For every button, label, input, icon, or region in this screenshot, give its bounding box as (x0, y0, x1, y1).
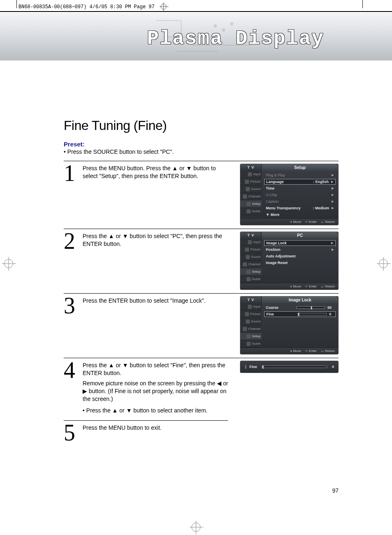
osd-menu-item[interactable]: Image Reset (264, 260, 336, 266)
osd-title: Image Lock (262, 296, 338, 303)
osd-nav: Input Picture Sound Channel Setup Guide (240, 171, 262, 218)
osd-item-value: : Medium (313, 206, 330, 210)
step-text: Press the MENU button. Press the ▲ or ▼ … (83, 164, 231, 225)
osd-menu-item[interactable]: Position▶ (264, 247, 336, 252)
osd-footer: ♦Move ↵Enter ▭Return (240, 218, 338, 225)
osd-menu-item[interactable]: Image Lock▶ (264, 240, 336, 246)
step-text-line: Press the ENTER button to select "Image … (83, 297, 231, 305)
step-number: 2 (64, 232, 78, 290)
osd-nav-input[interactable]: Input (240, 303, 262, 310)
osd-nav-sound[interactable]: Sound (240, 253, 262, 261)
chevron-right-icon: ▶ (332, 200, 334, 203)
section-title: Fine Tuning (Fine) (64, 118, 339, 133)
picture-icon (245, 248, 249, 252)
page-banner: Plasma Display (0, 11, 392, 60)
step-text: Press the MENU button to exit. (83, 423, 231, 443)
osd-nav-guide[interactable]: Guide (240, 208, 262, 215)
chevron-right-icon: ▶ (332, 248, 334, 251)
osd-nav-guide[interactable]: Guide (240, 276, 262, 283)
step-number: 3 (64, 296, 78, 354)
banner-title: Plasma Display (147, 28, 324, 50)
osd-menu-item[interactable]: ▼ More (264, 212, 336, 218)
step-4: 4 Press the ▲ or ▼ button to select "Fin… (64, 358, 339, 417)
osd-nav-channel[interactable]: Channel (240, 325, 262, 333)
step-2: 2 Press the ▲ or ▼ button to select "PC"… (64, 229, 339, 290)
fine-slider[interactable] (262, 366, 327, 368)
setup-icon (247, 202, 251, 206)
osd-nav-channel[interactable]: Channel (240, 193, 262, 200)
osd-menu-item[interactable]: Fine0 (264, 311, 336, 317)
osd-item-label: Position (266, 248, 332, 252)
osd-item-label: Image Lock (266, 241, 331, 245)
osd-fine-adjust: ▲▼ Fine 0 (240, 361, 339, 373)
move-icon: ♦ (291, 220, 292, 223)
step-number: 4 (64, 361, 78, 417)
osd-nav-input[interactable]: Input (240, 171, 262, 178)
osd-setup: T V Setup Input Picture Sound Channel Se… (240, 164, 339, 225)
osd-nav-channel[interactable]: Channel (240, 261, 262, 268)
osd-item-label: Caption (266, 199, 332, 204)
sound-icon (246, 187, 250, 191)
sound-icon (246, 320, 250, 324)
osd-nav-input[interactable]: Input (240, 239, 262, 246)
setup-icon (247, 334, 251, 338)
osd-item-label: V-Chip (266, 193, 332, 197)
step-5: 5 Press the MENU button to exit. (64, 420, 228, 443)
osd-nav-sound[interactable]: Sound (240, 185, 262, 193)
move-icon: ♦ (291, 350, 292, 352)
step-text-line: Remove picture noise on the screen by pr… (83, 380, 231, 403)
osd-footer: ♦Move ↵Enter ▭Return (240, 347, 338, 354)
osd-menu-item[interactable]: Language: English▶ (264, 179, 336, 185)
picture-icon (245, 180, 249, 184)
guide-icon (247, 277, 251, 281)
registration-mark-icon (161, 4, 166, 9)
osd-item-label: Fine (266, 312, 295, 316)
osd-slider[interactable] (296, 306, 325, 309)
osd-menu-item[interactable]: Auto Adjustment (264, 253, 336, 259)
osd-nav-guide[interactable]: Guide (240, 340, 262, 347)
osd-nav-picture[interactable]: Picture (240, 310, 262, 318)
osd-menu-item[interactable]: Time▶ (264, 185, 336, 191)
osd-menu-item[interactable]: Caption▶ (264, 199, 336, 204)
osd-item-label: ▼ More (266, 213, 334, 217)
sound-icon (246, 255, 250, 259)
osd-item-label: Menu Transparency (266, 206, 313, 210)
osd-nav-setup[interactable]: Setup (240, 333, 262, 340)
osd-menu-item[interactable]: Menu Transparency: Medium▶ (264, 205, 336, 211)
osd-item-value: 0 (329, 312, 331, 316)
osd-nav-setup[interactable]: Setup (240, 200, 262, 208)
move-icon: ♦ (291, 285, 292, 288)
osd-source: T V (240, 232, 262, 239)
osd-nav-picture[interactable]: Picture (240, 178, 262, 185)
crop-mark (362, 0, 363, 8)
osd-nav-picture[interactable]: Picture (240, 246, 262, 253)
updown-arrows-icon: ▲▼ (244, 364, 247, 369)
registration-mark-icon (379, 259, 388, 268)
step-text: Press the ▲ or ▼ button to select "PC", … (83, 232, 231, 290)
osd-list: Coarse50Fine0 (262, 303, 338, 347)
page-number: 97 (332, 487, 339, 494)
osd-menu-item[interactable]: V-Chip▶ (264, 192, 336, 198)
return-icon: ▭ (321, 285, 324, 288)
step-text-line: Press the MENU button. Press the ▲ or ▼ … (83, 164, 231, 180)
return-icon: ▭ (321, 220, 324, 224)
osd-item-label: Plug & Play (266, 173, 332, 177)
osd-menu-item[interactable]: Coarse50 (264, 305, 336, 310)
osd-nav: Input Picture Sound Channel Setup Guide (240, 239, 262, 283)
osd-list: Image Lock▶Position▶Auto AdjustmentImage… (262, 239, 338, 283)
chevron-right-icon: ▶ (331, 180, 334, 183)
osd-item-value: : English (313, 180, 329, 184)
osd-nav: Input Picture Sound Channel Setup Guide (240, 303, 262, 347)
osd-item-label: Image Reset (266, 261, 334, 265)
enter-icon: ↵ (305, 220, 308, 224)
step-1: 1 Press the MENU button. Press the ▲ or … (64, 161, 339, 225)
osd-nav-sound[interactable]: Sound (240, 318, 262, 325)
osd-nav-setup[interactable]: Setup (240, 268, 262, 276)
osd-slider[interactable] (297, 313, 327, 315)
osd-source: T V (240, 164, 262, 171)
step-number: 5 (64, 423, 78, 443)
chevron-right-icon: ▶ (332, 206, 334, 210)
step-number: 1 (64, 164, 78, 225)
osd-menu-item[interactable]: Plug & Play▶ (264, 172, 336, 178)
osd-item-label: Coarse (266, 306, 294, 310)
